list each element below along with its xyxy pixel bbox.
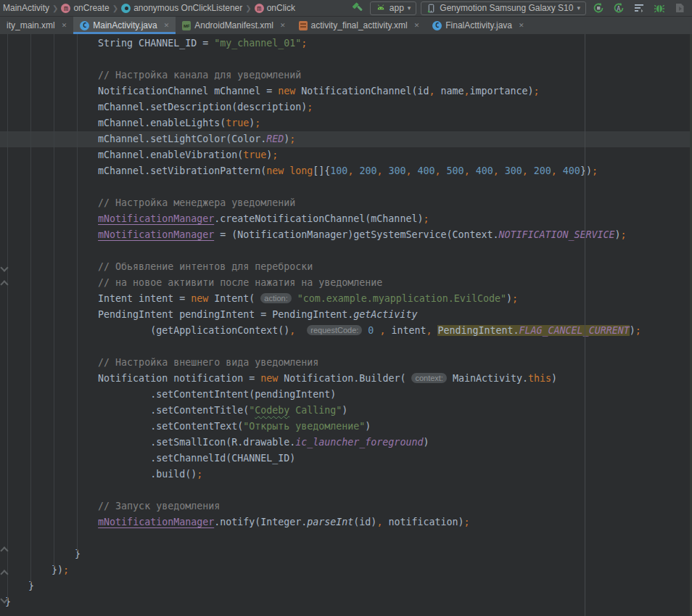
code-line-32[interactable]	[0, 530, 692, 546]
breadcrumb-item-anonymous-onclicklistener[interactable]: anonymous OnClickListener	[121, 3, 242, 13]
device-select[interactable]: Genymotion Samsung Galaxy S10 ▾	[421, 1, 586, 15]
code-line-24[interactable]: .setContentTitle("Codeby Calling")	[0, 403, 692, 419]
code-line-35[interactable]: }	[0, 578, 692, 594]
breadcrumb-label: anonymous OnClickListener	[133, 3, 242, 13]
code-line-2[interactable]	[0, 52, 692, 67]
code-line-23[interactable]: .setContentIntent(pendingIntent)	[0, 387, 692, 403]
code-line-17[interactable]: Intent intent = new Intent( action: "com…	[0, 291, 692, 307]
tab-close-icon[interactable]: ✕	[280, 22, 286, 29]
code-token: Intent intent =	[5, 293, 191, 304]
code-line-21[interactable]: // Настройка внешнего вида уведомления	[0, 355, 692, 371]
breadcrumb-item-mainactivity[interactable]: MainActivity	[3, 3, 49, 13]
code-token: (getApplicationContext()	[5, 325, 289, 336]
code-token: ;	[255, 118, 260, 128]
breadcrumb-separator-icon: ❯	[245, 4, 251, 12]
code-line-15[interactable]: // Обьявление интентов для переброски	[0, 259, 692, 275]
code-token: .setContentText(	[5, 421, 243, 432]
code-token: )	[630, 325, 635, 336]
breadcrumb-item-oncreate[interactable]: monCreate	[61, 3, 109, 13]
code-line-18[interactable]: PendingIntent pendingIntent = PendingInt…	[0, 307, 692, 323]
code-token: )	[365, 421, 371, 432]
code-line-20[interactable]	[0, 339, 692, 355]
code-line-28[interactable]: .build();	[0, 467, 692, 482]
code-token: mChannel.setLightColor(Color.	[5, 134, 266, 144]
parameter-hint: context:	[411, 373, 447, 383]
code-token: (id)	[353, 517, 376, 527]
run-configuration-select[interactable]: app ▾	[370, 1, 417, 15]
code-line-5[interactable]: mChannel.setDescription(description);	[0, 99, 692, 115]
svg-text:A: A	[617, 5, 620, 12]
run-configuration-label: app	[390, 3, 404, 13]
code-token: "my_channel_01"	[214, 38, 301, 49]
code-line-36[interactable]: }	[0, 594, 692, 610]
code-token: true	[226, 118, 249, 128]
tab-close-icon[interactable]: ✕	[414, 22, 420, 29]
code-line-14[interactable]	[0, 243, 692, 259]
code-token: })	[5, 564, 63, 575]
code-line-19[interactable]: (getApplicationContext(), requestCode: 0…	[0, 323, 692, 339]
code-token	[292, 293, 297, 304]
code-line-6[interactable]: mChannel.enableLights(true);	[0, 115, 692, 131]
rerun-activity-icon[interactable]	[590, 1, 606, 15]
code-line-9[interactable]: mChannel.setVibrationPattern(new long[]{…	[0, 163, 692, 179]
tab-close-icon[interactable]: ✕	[164, 22, 170, 29]
code-token: 500	[447, 165, 464, 176]
tab-ity_main.xml[interactable]: ity_main.xml✕	[0, 17, 73, 34]
code-token	[470, 165, 476, 176]
code-token: NotificationChannel mChannel =	[5, 86, 278, 96]
code-line-25[interactable]: .setContentText("Открыть уведомление")	[0, 419, 692, 435]
code-line-12[interactable]: mNotificationManager.createNotificationC…	[0, 211, 692, 227]
code-line-22[interactable]: Notification notification = new Notifica…	[0, 371, 692, 387]
code-line-4[interactable]: NotificationChannel mChannel = new Notif…	[0, 83, 692, 99]
code-token: ;	[301, 38, 307, 49]
code-token: mNotificationManager	[98, 229, 214, 240]
code-token: ;	[621, 229, 627, 240]
code-line-11[interactable]: // Настройка менеджера уведомлений	[0, 195, 692, 211]
code-line-3[interactable]: // Настройка канала для уведомлений	[0, 67, 692, 83]
code-area: String CHANNEL_ID = "my_channel_01"; // …	[0, 36, 692, 610]
code-token: // на новое активити после нажатия на ув…	[5, 277, 382, 288]
code-line-7[interactable]: mChannel.setLightColor(Color.RED);	[0, 131, 692, 147]
debug-icon[interactable]	[651, 1, 667, 15]
code-token: mChannel.enableLights(	[5, 118, 226, 128]
code-token: 300	[388, 165, 405, 176]
tab-activity_final_acttivity.xml[interactable]: activity_final_acttivity.xml✕	[292, 17, 427, 34]
tab-close-icon[interactable]: ✕	[519, 22, 524, 29]
code-token: ;	[289, 134, 295, 144]
code-token	[412, 165, 418, 176]
code-token: ic_launcher_foreground	[295, 437, 423, 448]
profile-icon[interactable]	[672, 1, 688, 15]
method-icon: m	[61, 4, 70, 13]
code-line-13[interactable]: mNotificationManager = (NotificationMana…	[0, 227, 692, 243]
code-line-27[interactable]: .setChannelId(CHANNEL_ID)	[0, 451, 692, 467]
build-hammer-icon[interactable]	[350, 1, 366, 15]
tab-label: activity_final_acttivity.xml	[311, 20, 408, 30]
parameter-hint: action:	[260, 293, 291, 303]
code-token: intent	[385, 325, 426, 336]
breadcrumb-item-onclick[interactable]: monClick	[255, 3, 295, 13]
tab-close-icon[interactable]: ✕	[62, 22, 67, 29]
code-token: ;	[307, 102, 313, 112]
code-token: ;	[272, 149, 278, 160]
code-token: ;	[534, 86, 540, 96]
code-line-16[interactable]: // на новое активити после нажатия на ув…	[0, 275, 692, 291]
code-line-26[interactable]: .setSmallIcon(R.drawable.ic_launcher_for…	[0, 435, 692, 451]
tab-FinalActtivity.java[interactable]: CFinalActtivity.java✕	[426, 17, 530, 34]
code-line-33[interactable]: }	[0, 546, 692, 562]
code-token: 200	[534, 165, 551, 176]
code-line-1[interactable]: String CHANNEL_ID = "my_channel_01";	[0, 36, 692, 52]
apply-code-changes-icon[interactable]: A	[611, 1, 627, 15]
code-line-29[interactable]	[0, 482, 692, 498]
tab-AndroidManifest.xml[interactable]: MFAndroidManifest.xml✕	[176, 17, 292, 34]
code-line-8[interactable]: mChannel.enableVibration(true);	[0, 147, 692, 163]
tab-MainActivity.java[interactable]: CMainActivity.java✕	[73, 17, 176, 34]
code-token: }	[5, 549, 81, 559]
code-line-34[interactable]: });	[0, 562, 692, 578]
code-token: Intent(	[208, 293, 260, 304]
run-tasks-icon[interactable]	[631, 1, 647, 15]
code-line-10[interactable]	[0, 179, 692, 195]
code-editor[interactable]: String CHANNEL_ID = "my_channel_01"; // …	[0, 34, 692, 616]
code-line-31[interactable]: mNotificationManager.notify(Integer.pars…	[0, 514, 692, 530]
code-token: )	[551, 373, 557, 384]
code-line-30[interactable]: // Запуск уведомления	[0, 498, 692, 514]
